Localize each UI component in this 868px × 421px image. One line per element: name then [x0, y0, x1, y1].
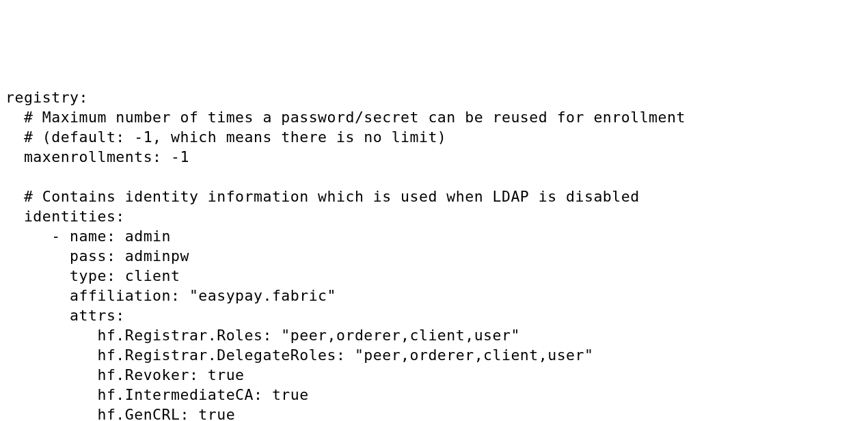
code-line: hf.IntermediateCA: true: [5, 386, 309, 403]
code-line: maxenrollments: -1: [5, 148, 189, 165]
code-line: hf.GenCRL: true: [5, 406, 235, 421]
code-line: pass: adminpw: [5, 247, 189, 264]
code-line: # Maximum number of times a password/sec…: [5, 109, 686, 126]
code-line: affiliation: "easypay.fabric": [5, 287, 336, 304]
code-line: attrs:: [5, 307, 125, 324]
code-line: type: client: [5, 267, 180, 284]
code-line: hf.Registrar.DelegateRoles: "peer,ordere…: [5, 347, 593, 364]
code-line: # Contains identity information which is…: [5, 188, 640, 205]
code-line: - name: admin: [5, 228, 171, 245]
code-line: hf.Registrar.Roles: "peer,orderer,client…: [5, 327, 520, 344]
code-line: hf.Revoker: true: [5, 366, 245, 383]
yaml-code-block: registry: # Maximum number of times a pa…: [5, 87, 863, 421]
code-line: registry:: [5, 89, 88, 106]
code-line: # (default: -1, which means there is no …: [5, 128, 446, 146]
code-line: identities:: [5, 208, 125, 225]
